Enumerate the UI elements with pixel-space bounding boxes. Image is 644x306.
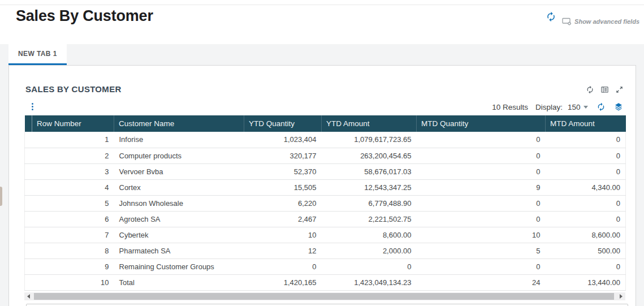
table-cell: 0	[546, 195, 626, 211]
table-row: 4Cortex15,50512,543,347.2594,340.00	[25, 179, 626, 195]
table-cell: Computer products	[114, 148, 244, 163]
table-cell: 500.00	[546, 243, 626, 258]
card-actions	[586, 85, 624, 94]
display-select[interactable]: 150	[568, 103, 588, 111]
column-header-mtd-amount[interactable]: MTD Amount	[546, 115, 626, 132]
row-selector-cell	[25, 195, 32, 211]
report-details-icon[interactable]	[600, 85, 609, 94]
column-header-ytd-quantity[interactable]: YTD Quantity	[244, 115, 322, 132]
table-cell: 1,420,165	[244, 274, 322, 290]
row-selector-cell	[25, 227, 32, 243]
table-row: 8Pharmatech SA122,000.005500.00	[25, 243, 626, 258]
scrollbar-thumb[interactable]	[34, 293, 614, 300]
table-cell: 1,423,049,134.23	[322, 274, 417, 290]
table-cell: 10	[417, 227, 546, 243]
report-toolbar: 10 Results Display: 150	[9, 100, 636, 114]
results-table: Row NumberCustomer NameYTD QuantityYTD A…	[24, 115, 626, 291]
content-area: SALES BY CUSTOMER 10 Results Display:	[0, 65, 644, 306]
table-row: 2Computer products320,177263,200,454.650…	[25, 148, 626, 163]
table-cell: 58,676,017.03	[322, 163, 417, 179]
report-card: SALES BY CUSTOMER 10 Results Display:	[8, 65, 636, 306]
column-header-customer-name[interactable]: Customer Name	[114, 115, 244, 132]
table-cell: 4,340.00	[546, 179, 626, 195]
table-row: 3Vervoer Bvba52,37058,676,017.0300	[25, 163, 626, 179]
table-cell: 0	[546, 258, 626, 274]
table-cell: 52,370	[244, 163, 322, 179]
table-cell: 0	[244, 258, 322, 274]
row-selector-cell	[25, 132, 32, 148]
table-cell: 10	[244, 227, 322, 243]
page-header: Sales By Customer Show advanced fields	[0, 5, 644, 44]
table-cell: 9	[32, 258, 114, 274]
table-cell: 263,200,454.65	[322, 148, 417, 163]
scroll-right-arrow[interactable]	[616, 292, 625, 300]
table-cell: Johnson Wholesale	[114, 195, 244, 211]
expand-icon[interactable]	[615, 85, 624, 94]
table-cell: Inforise	[114, 132, 244, 148]
sidebar-collapse-handle[interactable]	[0, 187, 2, 206]
refresh-icon[interactable]	[546, 11, 556, 22]
table-cell: Agrotech SA	[114, 211, 244, 227]
layers-icon[interactable]	[614, 102, 623, 111]
table-cell: Cortex	[114, 179, 244, 195]
show-advanced-fields-button[interactable]: Show advanced fields	[562, 18, 639, 25]
table-row: 1Inforise1,023,4041,079,617,723.6500	[25, 132, 626, 148]
table-cell: 4	[32, 179, 114, 195]
tab-new-tab-1[interactable]: NEW TAB 1	[8, 44, 67, 65]
table-cell: 8	[32, 243, 114, 258]
table-cell: 1,023,404	[244, 132, 322, 148]
panel-title: SALES BY CUSTOMER	[25, 84, 122, 94]
table-cell: 6	[32, 211, 114, 227]
page-title: Sales By Customer	[16, 5, 153, 27]
table-cell: 2,467	[244, 211, 322, 227]
table-cell: Vervoer Bvba	[114, 163, 244, 179]
row-selector-cell	[25, 258, 32, 274]
table-cell: Pharmatech SA	[114, 243, 244, 258]
table-cell: 0	[417, 211, 546, 227]
table-row: 9Remaining Customer Groups0000	[25, 258, 626, 274]
scroll-left-arrow[interactable]	[24, 292, 33, 300]
column-header-row-number[interactable]: Row Number	[32, 115, 114, 132]
table-cell: 9	[417, 179, 546, 195]
table-cell: Cybertek	[114, 227, 244, 243]
table-body: 1Inforise1,023,4041,079,617,723.65002Com…	[25, 132, 626, 290]
display-label: Display:	[535, 103, 563, 111]
show-advanced-fields-label: Show advanced fields	[574, 18, 639, 25]
table-cell: 8,600.00	[322, 227, 417, 243]
table-cell: 1	[32, 132, 114, 148]
refresh-icon[interactable]	[597, 102, 606, 111]
tab-label: NEW TAB 1	[18, 50, 57, 58]
row-selector-cell	[25, 179, 32, 195]
table-row: 5Johnson Wholesale6,2206,779,488.9000	[25, 195, 626, 211]
next-section-partial	[26, 304, 628, 306]
table-cell: 24	[417, 274, 546, 290]
table-cell: 0	[417, 148, 546, 163]
table-header-row: Row NumberCustomer NameYTD QuantityYTD A…	[25, 115, 626, 132]
chevron-down-icon	[584, 106, 588, 109]
column-header-mtd-quantity[interactable]: MTD Quantity	[417, 115, 546, 132]
toolbar-right: 10 Results Display: 150	[492, 100, 623, 114]
table-cell: 10	[32, 274, 114, 290]
table-cell: 0	[417, 163, 546, 179]
refresh-icon[interactable]	[586, 85, 594, 94]
table-row: 7Cybertek108,600.00108,600.00	[25, 227, 626, 243]
table-cell: Total	[114, 274, 244, 290]
table-cell: 320,177	[244, 148, 322, 163]
advanced-fields-icon	[562, 18, 572, 25]
results-count: 10 Results	[492, 103, 528, 111]
table-cell: 2,221,502.75	[322, 211, 417, 227]
kebab-menu-icon[interactable]	[31, 102, 34, 111]
display-value: 150	[568, 103, 581, 111]
table-cell: 7	[32, 227, 114, 243]
results-table-wrap: Row NumberCustomer NameYTD QuantityYTD A…	[24, 115, 625, 291]
table-cell: 0	[546, 132, 626, 148]
table-cell: 6,779,488.90	[322, 195, 417, 211]
table-cell: 5	[417, 243, 546, 258]
column-header-ytd-amount[interactable]: YTD Amount	[322, 115, 417, 132]
row-selector-header	[25, 115, 32, 132]
app-screen: Sales By Customer Show advanced fields N…	[0, 0, 644, 306]
table-row: 6Agrotech SA2,4672,221,502.7500	[25, 211, 626, 227]
row-selector-cell	[25, 243, 32, 258]
horizontal-scrollbar[interactable]	[24, 292, 625, 300]
row-selector-cell	[25, 274, 32, 290]
